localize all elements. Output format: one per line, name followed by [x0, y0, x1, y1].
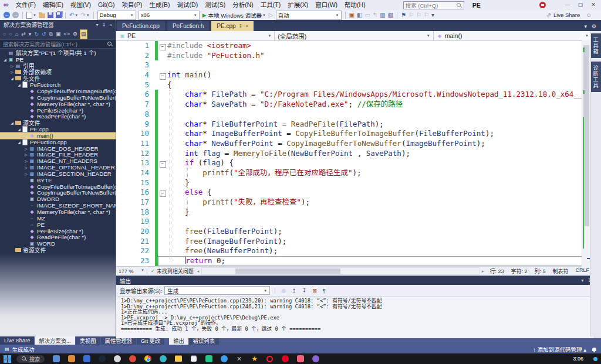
tree-item-pefuction-cpp[interactable]: ◢PeFuction.cpp: [0, 139, 116, 145]
expanded-arrow-icon[interactable]: ◢: [16, 127, 22, 131]
panel-tab-类视图[interactable]: 类视图: [76, 336, 100, 345]
output-source-dropdown[interactable]: 生成 ▼: [164, 286, 270, 295]
taskbar-app-16[interactable]: [281, 355, 289, 363]
feedback-icon[interactable]: ☺: [586, 12, 592, 18]
tree-item-image-section-header[interactable]: ▷▦IMAGE_SECTION_HEADER: [0, 171, 116, 177]
taskbar-app-11[interactable]: [205, 355, 212, 363]
navigate-backward-icon[interactable]: ←: [3, 11, 11, 19]
bookmark-clear-icon[interactable]: ⚐: [423, 11, 430, 19]
se-switch-views-icon[interactable]: ⇄: [21, 30, 26, 39]
menu-窗口(W)[interactable]: 窗口(W): [312, 0, 341, 10]
redo-icon[interactable]: ↷▼: [80, 11, 90, 19]
collapsed-arrow-icon[interactable]: ▷: [9, 64, 15, 68]
expanded-arrow-icon[interactable]: ◢: [9, 76, 15, 80]
diagnostic-tools-tab[interactable]: 诊断工具: [591, 62, 601, 92]
pin-icon[interactable]: ↧: [239, 23, 243, 29]
tree-item-引用[interactable]: ▷▤引用: [0, 63, 116, 69]
menu-工具(T)[interactable]: 工具(T): [257, 0, 284, 10]
fold-marker[interactable]: −: [158, 188, 167, 198]
se-refresh-icon[interactable]: ↺: [41, 30, 47, 39]
tree-item-pe[interactable]: ⇔PE: [0, 222, 116, 228]
tree-item-源文件[interactable]: ◢源文件: [0, 120, 116, 126]
menu-文件(F)[interactable]: 文件(F): [12, 0, 39, 10]
toolbar-extra-icon-2[interactable]: ◧: [356, 11, 363, 19]
maximize-button[interactable]: ▢: [574, 0, 587, 10]
toolbar-extra-icon-6[interactable]: ▧: [387, 11, 394, 19]
taskbar-app-18[interactable]: [312, 355, 319, 363]
tree-item-readpefile-char-[interactable]: ◆ReadPeFile(char *): [0, 113, 116, 120]
document-health-indicator[interactable]: ✓ 未找到相关问题: [147, 267, 197, 275]
user-avatar[interactable]: [539, 2, 546, 8]
tree-item-readpefile-char-[interactable]: ◆ReadPeFile(char *): [0, 234, 116, 240]
zoom-level-dropdown[interactable]: 177 %▼: [116, 268, 147, 274]
save-icon[interactable]: [47, 11, 54, 19]
tree-item-外部依赖项[interactable]: ▷外部依赖项: [0, 69, 116, 76]
expanded-arrow-icon[interactable]: ◢: [16, 83, 22, 87]
taskbar-app-5[interactable]: [113, 355, 121, 363]
fold-marker[interactable]: −: [158, 70, 167, 80]
tree-item-main-[interactable]: ◆main(): [0, 132, 116, 139]
tree-item-copyimagebuffertonewbuffer-char-[interactable]: ◆CopyImageBufferToNewBuffer(char *): [0, 190, 116, 196]
goto-next-message-icon[interactable]: ↧: [301, 288, 308, 294]
tree-item-copyimagebuffertonewbuffer-char-[interactable]: ◆CopyImageBufferToNewBuffer(char *): [0, 94, 116, 101]
taskbar-app-6[interactable]: [129, 355, 136, 363]
toggle-word-wrap-icon[interactable]: ¶: [322, 288, 327, 294]
tree-item-解决方案-pe-1-个项目-共-1-个-[interactable]: ▤解决方案"PE"(1 个项目/共 1 个): [0, 50, 116, 56]
minimize-button[interactable]: —: [561, 0, 574, 10]
add-to-source-control-button[interactable]: ↑ 添加到源代码管理 ▴: [533, 345, 586, 353]
collapsed-arrow-icon[interactable]: ▷: [23, 165, 29, 169]
expanded-arrow-icon[interactable]: ◢: [9, 121, 15, 125]
se-collapse-all-icon[interactable]: ▤: [80, 29, 87, 39]
close-button[interactable]: ✕: [587, 0, 600, 10]
clear-all-output-icon[interactable]: ⊠: [311, 288, 318, 294]
se-preview-icon[interactable]: ▣: [55, 30, 62, 39]
se-view-code-icon[interactable]: <>: [63, 30, 70, 39]
tree-item-image-nt-headers[interactable]: ▷▦IMAGE_NT_HEADERS: [0, 158, 116, 164]
start-without-debugging-icon[interactable]: ▷: [268, 11, 274, 19]
open-file-icon[interactable]: [38, 11, 46, 19]
tree-item-pefilesize-char-[interactable]: ◆PeFileSize(char *): [0, 228, 116, 234]
taskbar-app-13[interactable]: ✕: [235, 355, 243, 363]
tree-item-dword[interactable]: ▣DWORD: [0, 196, 116, 202]
tree-item-memerytofile-char-char-[interactable]: ◆MemeryToFile(char *, char *): [0, 209, 116, 215]
toolbar-overflow-icon[interactable]: ▾: [431, 11, 435, 19]
code-editor[interactable]: 1−#include <iostream>2#include "PeFuctio…: [116, 41, 601, 266]
se-home-icon[interactable]: ⌂: [15, 30, 19, 39]
menu-调试(D)[interactable]: 调试(D): [174, 0, 202, 10]
collapsed-arrow-icon[interactable]: ▷: [23, 152, 29, 157]
close-icon[interactable]: ×: [245, 23, 248, 29]
breadcrumb-scope-dropdown[interactable]: (全局范围) ▼: [275, 31, 433, 40]
taskbar-app-1[interactable]: [52, 355, 60, 363]
se-forward-icon[interactable]: ○: [8, 30, 12, 39]
tree-item-image-file-header[interactable]: ▷▦IMAGE_FILE_HEADER: [0, 152, 116, 158]
taskbar-app-12[interactable]: [220, 355, 228, 363]
taskbar-app-2[interactable]: [67, 355, 75, 363]
taskbar-app-17[interactable]: [296, 355, 304, 363]
output-content[interactable]: 1>D:\my_c++project\PE\PE\PeFuction.cpp(2…: [116, 297, 601, 338]
expanded-arrow-icon[interactable]: ◢: [2, 57, 8, 62]
tree-item-memerytofile-char-char-[interactable]: ◆MemeryToFile(char *, char *): [0, 101, 116, 107]
toolbar-extra-icon-4[interactable]: ↰: [372, 11, 378, 19]
live-share-button[interactable]: ⇗ Live Share ☺: [546, 12, 594, 18]
taskbar-app-store[interactable]: [190, 355, 197, 363]
tab-pefuction.cpp[interactable]: PeFuction.cpp: [117, 21, 165, 31]
tree-item-pe[interactable]: ◢▣PE: [0, 56, 116, 63]
se-properties-icon[interactable]: ⚙: [72, 30, 78, 39]
taskbar-app-opera[interactable]: [266, 355, 274, 363]
toolbox-tab[interactable]: 工具箱: [591, 33, 601, 58]
scroll-left-icon[interactable]: ◂: [197, 269, 200, 274]
toolbar-extra-icon-3[interactable]: ▭: [364, 11, 370, 19]
window-position-icon[interactable]: ▾: [582, 278, 584, 283]
collapsed-arrow-icon[interactable]: ▷: [23, 172, 29, 176]
expanded-arrow-icon[interactable]: ◢: [16, 140, 22, 144]
start-button[interactable]: [4, 355, 11, 363]
save-all-icon[interactable]: [55, 11, 62, 19]
menu-项目(P)[interactable]: 项目(P): [119, 0, 146, 10]
tree-item-pe-cpp[interactable]: ◢PE.cpp: [0, 126, 116, 132]
scroll-right-icon[interactable]: ▸: [482, 269, 484, 274]
pin-icon[interactable]: ↧: [102, 22, 106, 28]
menu-测试(S)[interactable]: 测试(S): [201, 0, 229, 10]
settings-gear-icon[interactable]: ⚙: [592, 23, 596, 29]
find-message-icon[interactable]: ◎: [280, 288, 287, 294]
breadcrumb-project-dropdown[interactable]: ▣ PE ▼: [116, 31, 275, 40]
